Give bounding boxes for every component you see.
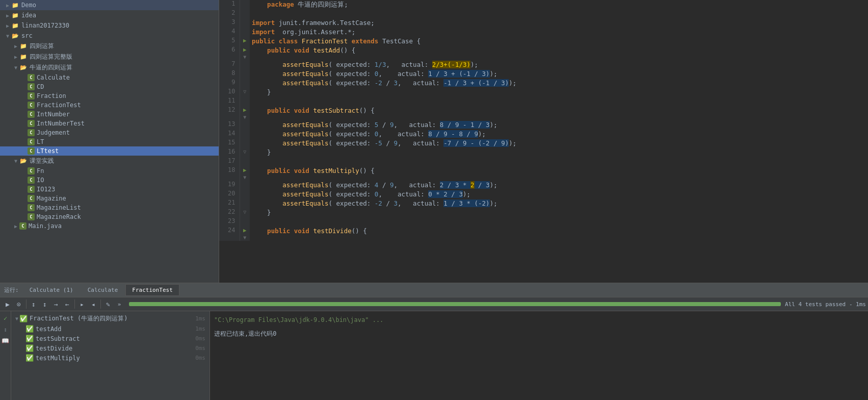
test-root-time: 1ms bbox=[195, 315, 205, 322]
sidebar-item-label: Main.java bbox=[29, 222, 62, 230]
bottom-tab-bar: 运行: Calculate (1) Calculate FractionTest bbox=[0, 283, 868, 297]
sidebar-item-magazine[interactable]: C Magazine bbox=[0, 194, 219, 203]
sidebar-item-label: MagazineRack bbox=[37, 213, 81, 220]
sidebar-item-io123[interactable]: C IO123 bbox=[0, 185, 219, 194]
expand-button[interactable]: → bbox=[50, 298, 62, 310]
sidebar-item-lttest[interactable]: C LTtest bbox=[0, 146, 219, 156]
line-number: 12 bbox=[219, 106, 240, 120]
export-button[interactable]: ✎ bbox=[102, 298, 114, 310]
class-icon: C bbox=[28, 213, 35, 220]
sidebar-item-src[interactable]: ▼ 📂 src bbox=[0, 31, 219, 41]
line-gutter bbox=[240, 130, 250, 139]
sidebar: ▶ 📁 Demo ▶ 📁 idea ▶ 📁 linan20172330 ▼ 📂 … bbox=[0, 0, 219, 283]
sidebar-item-magazinerack[interactable]: C MagazineRack bbox=[0, 212, 219, 221]
rerun-button[interactable]: ↕ bbox=[28, 298, 39, 310]
run-gutter-icon[interactable]: ▶ bbox=[243, 167, 247, 173]
line-gutter bbox=[240, 120, 250, 130]
fold-icon[interactable]: ▼ bbox=[243, 235, 246, 240]
progress-text: All 4 tests passed - 1ms bbox=[785, 301, 866, 308]
sidebar-item-idea[interactable]: ▶ 📁 idea bbox=[0, 10, 219, 20]
left-icon-check[interactable]: ✓ bbox=[1, 313, 11, 323]
line-number: 19 bbox=[219, 181, 240, 190]
test-item-label: testDivide bbox=[36, 345, 72, 352]
line-number: 21 bbox=[219, 199, 240, 208]
folder-open-icon: 📂 bbox=[19, 64, 28, 72]
left-icon-strip: ✓ ↕ 📖 bbox=[0, 311, 11, 400]
sidebar-item-label: src bbox=[21, 32, 33, 39]
line-code bbox=[250, 97, 868, 106]
sidebar-item-ndsszys[interactable]: ▼ 📂 牛逼的四则运算 bbox=[0, 62, 219, 73]
toolbar-row: ▶ ⊙ ↕ ↕ → ← ▸ ◂ ✎ » All 4 tests passed -… bbox=[0, 297, 868, 311]
sidebar-item-label: LTtest bbox=[37, 147, 59, 155]
more-button[interactable]: » bbox=[114, 298, 125, 310]
sidebar-item-keshisx[interactable]: ▼ 📂 课堂实践 bbox=[0, 156, 219, 166]
tab-fractiontest[interactable]: FractionTest bbox=[125, 284, 179, 296]
line-number: 17 bbox=[219, 157, 240, 166]
line-gutter bbox=[240, 60, 250, 69]
collapse-button[interactable]: ← bbox=[62, 298, 73, 310]
sidebar-item-intnumber[interactable]: C IntNumber bbox=[0, 110, 219, 119]
run-gutter-icon[interactable]: ▶ bbox=[243, 46, 247, 53]
test-item-testadd[interactable]: ✅ testAdd 1ms bbox=[11, 324, 209, 334]
line-code bbox=[250, 157, 868, 166]
tab-calculate1[interactable]: Calculate (1) bbox=[23, 284, 80, 296]
stop-button[interactable]: ⊙ bbox=[13, 298, 24, 310]
run-gutter-icon[interactable]: ▶ bbox=[243, 227, 247, 234]
left-icon-arrow[interactable]: ↕ bbox=[1, 324, 11, 335]
sidebar-item-demo[interactable]: ▶ 📁 Demo bbox=[0, 0, 219, 10]
fold-icon[interactable]: ▼ bbox=[243, 114, 246, 120]
sidebar-item-calculate[interactable]: C Calculate bbox=[0, 73, 219, 82]
run-gutter-icon[interactable]: ▶ bbox=[243, 107, 247, 113]
line-number: 4 bbox=[219, 28, 240, 37]
sidebar-item-mainjava[interactable]: ▶ C Main.java bbox=[0, 221, 219, 231]
code-line-5: 5 ▶ public class FractionTest extends Te… bbox=[219, 37, 868, 46]
test-item-testdivide[interactable]: ✅ testDivide 0ms bbox=[11, 343, 209, 353]
sidebar-item-magazinelist[interactable]: C MagazineList bbox=[0, 203, 219, 212]
console-area[interactable]: "C:\Program Files\Java\jdk-9.0.4\bin\jav… bbox=[210, 311, 868, 400]
test-item-testmultiply[interactable]: ✅ testMultiply 0ms bbox=[11, 353, 209, 363]
prev-fail-button[interactable]: ▸ bbox=[76, 298, 88, 310]
fold-icon[interactable]: ▼ bbox=[243, 54, 246, 60]
fold-icon[interactable]: ▼ bbox=[243, 174, 246, 180]
line-gutter: ▽ bbox=[240, 208, 250, 217]
class-icon: C bbox=[28, 111, 35, 118]
run-button[interactable]: ▶ bbox=[2, 298, 13, 310]
line-code: assertEquals( expected: 4 / 9, actual: 2… bbox=[250, 181, 868, 190]
line-gutter bbox=[240, 28, 250, 37]
line-number: 3 bbox=[219, 18, 240, 28]
pass-icon: ✅ bbox=[25, 325, 34, 333]
sidebar-item-fn[interactable]: C Fn bbox=[0, 166, 219, 176]
sidebar-item-io[interactable]: C IO bbox=[0, 176, 219, 185]
sidebar-item-sszyszb[interactable]: ▶ 📁 四则运算完整版 bbox=[0, 52, 219, 62]
arrow-icon: ▼ bbox=[12, 158, 19, 164]
sort-button[interactable]: ↕ bbox=[39, 298, 50, 310]
class-icon: C bbox=[28, 92, 35, 99]
sidebar-item-lt[interactable]: C LT bbox=[0, 137, 219, 146]
sidebar-item-fraction[interactable]: C Fraction bbox=[0, 91, 219, 101]
sidebar-item-cd[interactable]: C CD bbox=[0, 82, 219, 91]
test-item-testsubtract[interactable]: ✅ testSubtract 0ms bbox=[11, 334, 209, 343]
left-icon-book[interactable]: 📖 bbox=[1, 336, 11, 346]
folder-icon: 📁 bbox=[19, 53, 28, 61]
sidebar-item-label: IntNumberTest bbox=[37, 120, 85, 127]
code-content[interactable]: 1 package 牛逼的四则运算; 2 3 import bbox=[219, 0, 868, 283]
sidebar-item-label: LT bbox=[37, 138, 44, 145]
run-gutter-icon[interactable]: ▶ bbox=[243, 37, 247, 44]
sidebar-item-intnumbertest[interactable]: C IntNumberTest bbox=[0, 119, 219, 128]
arrow-icon: ▶ bbox=[12, 54, 19, 60]
test-item-label: testSubtract bbox=[36, 335, 80, 342]
sidebar-item-sszys[interactable]: ▶ 📁 四则运算 bbox=[0, 41, 219, 52]
sidebar-item-fractiontest[interactable]: C FractionTest bbox=[0, 101, 219, 110]
console-output: 进程已结束,退出代码0 bbox=[214, 329, 864, 339]
sidebar-item-judgement[interactable]: C Judgement bbox=[0, 128, 219, 137]
test-root-item[interactable]: ▼ ✅ FractionTest (牛逼的四则运算) 1ms bbox=[11, 313, 209, 324]
arrow-icon: ▶ bbox=[12, 223, 19, 229]
line-code: public class FractionTest extends TestCa… bbox=[250, 37, 868, 46]
tab-calculate[interactable]: Calculate bbox=[81, 284, 125, 296]
line-code: public void testAdd() { bbox=[250, 46, 868, 60]
line-code: package 牛逼的四则运算; bbox=[250, 0, 868, 9]
class-icon: C bbox=[28, 167, 35, 174]
sidebar-item-linan[interactable]: ▶ 📁 linan20172330 bbox=[0, 20, 219, 31]
line-number: 1 bbox=[219, 0, 240, 9]
next-fail-button[interactable]: ◂ bbox=[88, 298, 99, 310]
